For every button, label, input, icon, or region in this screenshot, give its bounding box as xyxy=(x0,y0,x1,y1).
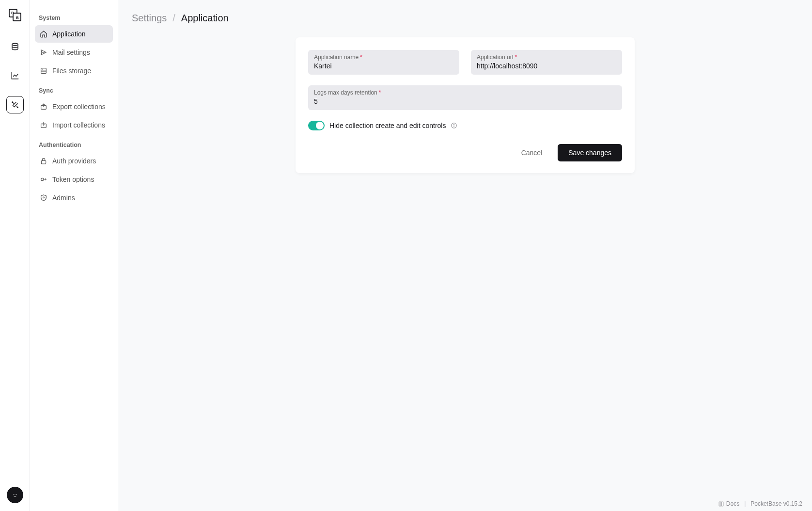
logs-retention-input[interactable] xyxy=(314,97,616,105)
sidebar-heading-sync: Sync xyxy=(35,84,113,97)
svg-point-12 xyxy=(42,69,43,69)
svg-rect-9 xyxy=(41,68,47,74)
sidebar-item-import[interactable]: Import collections xyxy=(35,116,113,134)
book-icon xyxy=(718,501,724,507)
svg-point-8 xyxy=(16,494,16,495)
sidebar-item-export[interactable]: Export collections xyxy=(35,98,113,115)
breadcrumb-current: Application xyxy=(181,13,229,24)
sidebar-item-label: Mail settings xyxy=(52,48,90,56)
sidebar: System Application Mail settings Files s… xyxy=(30,0,118,511)
field-label: Logs max days retention * xyxy=(314,89,616,96)
nav-logs[interactable] xyxy=(6,67,24,84)
breadcrumb: Settings / Application xyxy=(118,0,812,32)
storage-icon xyxy=(40,67,47,75)
sidebar-heading-system: System xyxy=(35,12,113,24)
field-application-name[interactable]: Application name * xyxy=(308,50,459,75)
required-mark: * xyxy=(379,89,381,96)
logo: P B xyxy=(8,8,22,22)
sidebar-item-label: Files storage xyxy=(52,67,91,75)
sidebar-item-label: Export collections xyxy=(52,103,106,111)
footer: Docs | PocketBase v0.15.2 xyxy=(718,500,802,507)
sidebar-item-token-options[interactable]: Token options xyxy=(35,171,113,188)
svg-text:P: P xyxy=(11,11,14,15)
send-icon xyxy=(40,48,47,56)
docs-link[interactable]: Docs xyxy=(718,500,739,507)
cancel-button[interactable]: Cancel xyxy=(511,144,553,161)
svg-point-5 xyxy=(12,102,13,103)
application-url-input[interactable] xyxy=(477,62,616,70)
nav-collections[interactable] xyxy=(6,38,24,55)
required-mark: * xyxy=(360,54,362,61)
sidebar-item-application[interactable]: Application xyxy=(35,25,113,43)
field-logs-retention[interactable]: Logs max days retention * xyxy=(308,85,622,110)
svg-point-16 xyxy=(41,178,44,180)
avatar[interactable] xyxy=(7,487,23,503)
svg-text:B: B xyxy=(16,16,19,20)
version-label: PocketBase v0.15.2 xyxy=(750,500,802,507)
lock-icon xyxy=(40,157,47,165)
toggle-label: Hide collection create and edit controls xyxy=(329,122,446,129)
import-icon xyxy=(40,121,47,129)
svg-point-4 xyxy=(12,43,18,46)
sidebar-item-label: Token options xyxy=(52,176,94,183)
field-application-url[interactable]: Application url * xyxy=(471,50,622,75)
svg-rect-15 xyxy=(41,160,46,164)
sidebar-item-admins[interactable]: Admins xyxy=(35,189,113,207)
sidebar-item-label: Application xyxy=(52,30,86,38)
hide-controls-toggle[interactable] xyxy=(308,121,325,130)
save-button[interactable]: Save changes xyxy=(558,144,622,161)
main-content: Settings / Application Application name … xyxy=(118,0,812,511)
svg-point-7 xyxy=(13,494,14,495)
field-label: Application name * xyxy=(314,54,453,61)
settings-panel: Application name * Application url * xyxy=(296,37,635,173)
application-name-input[interactable] xyxy=(314,62,453,70)
info-icon[interactable] xyxy=(451,122,457,129)
svg-point-20 xyxy=(454,124,454,125)
field-label: Application url * xyxy=(477,54,616,61)
sidebar-item-files[interactable]: Files storage xyxy=(35,62,113,80)
key-icon xyxy=(40,176,47,183)
shield-icon xyxy=(40,194,47,202)
sidebar-item-label: Import collections xyxy=(52,121,105,129)
appbar: P B xyxy=(0,0,30,511)
required-mark: * xyxy=(515,54,517,61)
breadcrumb-separator: / xyxy=(172,13,175,24)
export-icon xyxy=(40,103,47,111)
sidebar-heading-auth: Authentication xyxy=(35,139,113,151)
sidebar-item-auth-providers[interactable]: Auth providers xyxy=(35,152,113,170)
sidebar-item-label: Auth providers xyxy=(52,157,96,165)
footer-separator: | xyxy=(744,500,746,507)
breadcrumb-parent[interactable]: Settings xyxy=(132,13,167,24)
sidebar-item-label: Admins xyxy=(52,194,75,202)
sidebar-item-mail[interactable]: Mail settings xyxy=(35,44,113,61)
nav-settings[interactable] xyxy=(6,96,24,113)
home-icon xyxy=(40,30,47,38)
svg-point-17 xyxy=(43,197,45,198)
